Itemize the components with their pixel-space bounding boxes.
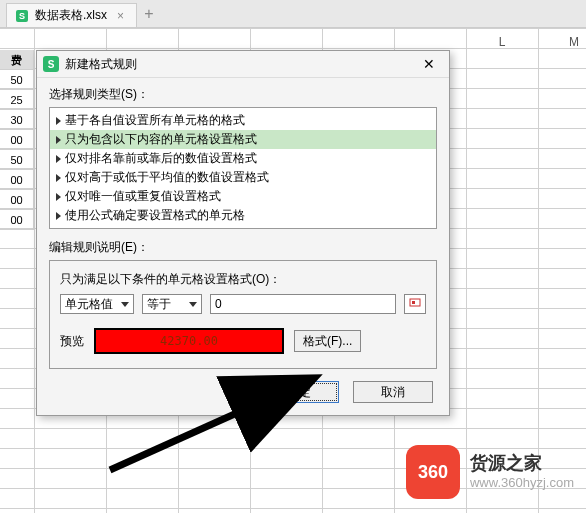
cell[interactable]: 00 xyxy=(0,170,34,190)
tab-bar: S 数据表格.xlsx × + xyxy=(0,0,586,28)
rule-item[interactable]: 仅对唯一值或重复值设置格式 xyxy=(50,187,436,206)
chevron-down-icon xyxy=(121,302,129,307)
rule-item-selected[interactable]: 只为包含以下内容的单元格设置格式 xyxy=(50,130,436,149)
triangle-icon xyxy=(56,193,61,201)
rule-item[interactable]: 使用公式确定要设置格式的单元格 xyxy=(50,206,436,225)
close-tab-icon[interactable]: × xyxy=(113,9,128,23)
triangle-icon xyxy=(56,155,61,163)
cell[interactable]: 50 xyxy=(0,70,34,90)
left-partial-column: 费 50 25 30 00 50 00 00 00 xyxy=(0,50,34,230)
ok-button[interactable]: 确定 xyxy=(259,381,339,403)
rule-item[interactable]: 仅对排名靠前或靠后的数值设置格式 xyxy=(50,149,436,168)
left-col-header: 费 xyxy=(0,50,34,70)
rule-item[interactable]: 仅对高于或低于平均值的数值设置格式 xyxy=(50,168,436,187)
triangle-icon xyxy=(56,174,61,182)
triangle-icon xyxy=(56,117,61,125)
operator-combo[interactable]: 等于 xyxy=(142,294,202,314)
target-combo[interactable]: 单元格值 xyxy=(60,294,134,314)
edit-rule-label: 编辑规则说明(E)： xyxy=(49,239,437,256)
svg-text:S: S xyxy=(19,11,25,21)
cell[interactable]: 30 xyxy=(0,110,34,130)
rule-type-list[interactable]: 基于各自值设置所有单元格的格式 只为包含以下内容的单元格设置格式 仅对排名靠前或… xyxy=(49,107,437,229)
condition-value-input[interactable] xyxy=(210,294,396,314)
format-preview: 42370.00 xyxy=(94,328,284,354)
new-format-rule-dialog: 新建格式规则 ✕ 选择规则类型(S)： 基于各自值设置所有单元格的格式 只为包含… xyxy=(36,50,450,416)
add-tab-button[interactable]: + xyxy=(137,0,161,27)
cell[interactable]: 00 xyxy=(0,190,34,210)
rule-item[interactable]: 基于各自值设置所有单元格的格式 xyxy=(50,111,436,130)
svg-rect-3 xyxy=(412,301,415,304)
format-button[interactable]: 格式(F)... xyxy=(294,330,361,352)
dialog-titlebar: 新建格式规则 ✕ xyxy=(37,51,449,78)
cell[interactable]: 00 xyxy=(0,130,34,150)
cell[interactable]: 25 xyxy=(0,90,34,110)
range-selector-button[interactable] xyxy=(404,294,426,314)
rule-description-box: 只为满足以下条件的单元格设置格式(O)： 单元格值 等于 预览 42370.00… xyxy=(49,260,437,369)
watermark-logo: 360 xyxy=(406,445,460,499)
preview-label: 预览 xyxy=(60,333,84,350)
file-tab[interactable]: S 数据表格.xlsx × xyxy=(6,3,137,27)
cancel-button[interactable]: 取消 xyxy=(353,381,433,403)
condition-title: 只为满足以下条件的单元格设置格式(O)： xyxy=(60,271,426,288)
triangle-icon xyxy=(56,212,61,220)
watermark-url: www.360hyzj.com xyxy=(470,475,574,492)
watermark-title: 货源之家 xyxy=(470,452,574,475)
app-icon xyxy=(43,56,59,72)
dialog-close-button[interactable]: ✕ xyxy=(415,55,443,73)
spreadsheet-icon: S xyxy=(15,9,29,23)
dialog-title: 新建格式规则 xyxy=(65,56,409,73)
cell[interactable]: 00 xyxy=(0,210,34,230)
tab-filename: 数据表格.xlsx xyxy=(35,7,107,24)
rule-type-label: 选择规则类型(S)： xyxy=(49,86,437,103)
triangle-icon xyxy=(56,136,61,144)
chevron-down-icon xyxy=(189,302,197,307)
cell[interactable]: 50 xyxy=(0,150,34,170)
watermark: 360 货源之家 www.360hyzj.com xyxy=(406,445,574,499)
